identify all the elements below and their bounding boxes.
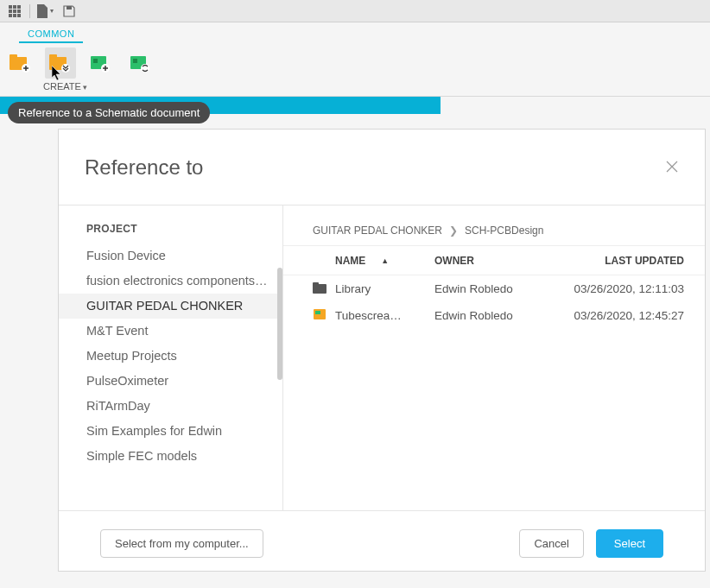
quick-access-toolbar: ▾: [0, 0, 710, 22]
file-menu-icon[interactable]: ▾: [34, 2, 56, 21]
svg-rect-2: [17, 5, 21, 9]
save-icon[interactable]: [58, 2, 80, 21]
sidebar-item[interactable]: Sim Examples for Edwin: [59, 419, 282, 444]
svg-rect-14: [49, 54, 57, 59]
sidebar-item[interactable]: Fusion Device: [59, 243, 282, 269]
row-owner: Edwin Robledo: [434, 282, 551, 295]
sidebar-item[interactable]: Meetup Projects: [59, 344, 282, 369]
column-name[interactable]: NAME ▲: [335, 255, 434, 267]
tab-common[interactable]: COMMON: [19, 25, 83, 43]
svg-rect-1: [13, 5, 16, 9]
svg-rect-25: [315, 311, 320, 314]
row-name: Tubescrea…: [335, 309, 434, 322]
column-owner[interactable]: OWNER: [434, 255, 551, 267]
sidebar-heading: PROJECT: [59, 223, 282, 243]
breadcrumb-item[interactable]: SCH-PCBDesign: [465, 224, 543, 237]
dialog-header: Reference to: [59, 130, 705, 205]
project-sidebar: PROJECT Fusion Devicefusion electronics …: [59, 205, 283, 510]
row-updated: 03/26/2020, 12:45:27: [551, 309, 684, 322]
svg-rect-5: [17, 9, 21, 13]
dialog-title: Reference to: [85, 155, 203, 180]
separator: [29, 4, 30, 18]
create-panel-label[interactable]: CREATE: [5, 79, 705, 92]
new-design-button[interactable]: [5, 47, 36, 79]
folder-icon: [313, 281, 335, 296]
sidebar-scrollbar[interactable]: [277, 268, 282, 380]
svg-rect-20: [133, 59, 137, 63]
row-name: Library: [335, 282, 434, 295]
sidebar-item[interactable]: M&T Event: [59, 319, 282, 344]
breadcrumb: GUITAR PEDAL CHONKER ❯ SCH-PCBDesign: [283, 205, 705, 245]
breadcrumb-item[interactable]: GUITAR PEDAL CHONKER: [313, 224, 442, 237]
chevron-right-icon: ❯: [449, 224, 458, 237]
select-button[interactable]: Select: [596, 529, 663, 558]
close-icon[interactable]: [665, 160, 681, 175]
sidebar-item[interactable]: fusion electronics components ...: [59, 269, 282, 294]
sidebar-item[interactable]: Simple FEC models: [59, 444, 282, 469]
row-updated: 03/26/2020, 12:11:03: [551, 282, 684, 295]
table-header: NAME ▲ OWNER LAST UPDATED: [283, 245, 705, 275]
sidebar-item[interactable]: PulseOximeter: [59, 369, 282, 394]
table-row[interactable]: LibraryEdwin Robledo03/26/2020, 12:11:03: [283, 275, 705, 302]
cancel-button[interactable]: Cancel: [519, 529, 583, 558]
sort-asc-icon: ▲: [381, 256, 389, 265]
table-row[interactable]: Tubescrea…Edwin Robledo03/26/2020, 12:45…: [283, 302, 705, 329]
document-icon: [313, 308, 335, 323]
sidebar-item[interactable]: RiTArmDay: [59, 394, 282, 419]
svg-rect-0: [9, 5, 12, 9]
reference-design-button[interactable]: [45, 47, 76, 79]
ribbon-tabs: COMMON: [0, 22, 710, 43]
svg-rect-11: [10, 54, 17, 59]
tooltip: Reference to a Schematic document: [8, 102, 210, 123]
svg-rect-23: [313, 282, 319, 286]
file-browser: GUITAR PEDAL CHONKER ❯ SCH-PCBDesign NAM…: [283, 205, 705, 510]
svg-rect-6: [9, 14, 12, 17]
svg-rect-7: [13, 14, 16, 17]
row-owner: Edwin Robledo: [434, 309, 551, 322]
svg-rect-8: [17, 14, 21, 17]
sidebar-item[interactable]: GUITAR PEDAL CHONKER: [59, 294, 282, 319]
apps-grid-icon[interactable]: [3, 2, 26, 21]
svg-rect-17: [93, 59, 98, 63]
dialog-footer: Select from my computer... Cancel Select: [59, 510, 705, 571]
reference-dialog: Reference to PROJECT Fusion Devicefusion…: [58, 129, 706, 572]
ribbon-panel: CREATE: [0, 43, 710, 97]
column-updated[interactable]: LAST UPDATED: [551, 255, 684, 267]
select-from-computer-button[interactable]: Select from my computer...: [100, 529, 263, 558]
svg-rect-3: [9, 9, 12, 13]
new-pcb-button[interactable]: [85, 47, 116, 79]
svg-rect-4: [13, 9, 16, 13]
reference-pcb-button[interactable]: [124, 47, 155, 79]
svg-rect-9: [67, 6, 72, 9]
